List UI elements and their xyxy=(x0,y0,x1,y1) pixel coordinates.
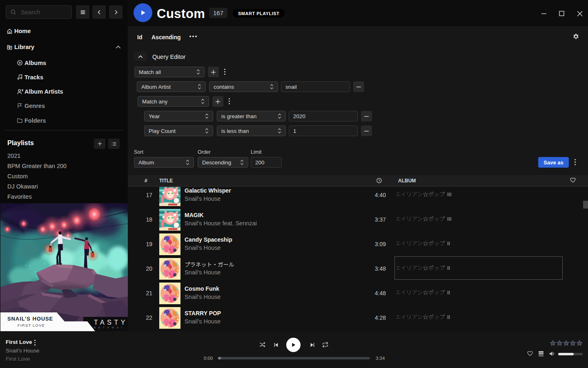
svg-text:SNAIL’S HOUSE: SNAIL’S HOUSE xyxy=(7,316,53,322)
svg-text:FIRST LOVE: FIRST LOVE xyxy=(18,323,45,328)
svg-text:TASTY: TASTY xyxy=(94,319,128,326)
svg-text:BETAMXI: BETAMXI xyxy=(94,326,125,329)
